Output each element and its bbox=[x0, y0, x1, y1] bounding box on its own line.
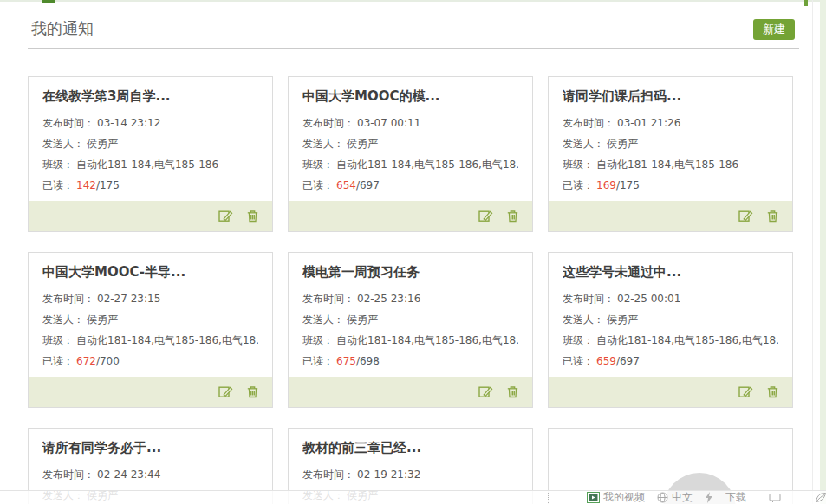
content-right-border bbox=[812, 0, 813, 504]
card-field-publish_time: 发布时间：02-24 23:44 bbox=[42, 464, 258, 485]
delete-icon[interactable] bbox=[245, 384, 260, 399]
delete-icon[interactable] bbox=[505, 384, 520, 399]
read-total: /175 bbox=[616, 179, 640, 191]
edit-icon[interactable] bbox=[218, 384, 233, 399]
field-value: 自动化181-184,电气185-186 bbox=[76, 158, 218, 171]
edit-icon[interactable] bbox=[738, 209, 753, 223]
delete-icon[interactable] bbox=[245, 209, 260, 223]
field-label: 已读： bbox=[563, 355, 594, 367]
top-border bbox=[0, 0, 826, 2]
notice-title[interactable]: 模电第一周预习任务 bbox=[302, 264, 518, 281]
field-label: 发布时间： bbox=[302, 293, 354, 305]
download-item[interactable]: 下载 bbox=[725, 490, 746, 504]
read-count: 654 bbox=[336, 179, 356, 191]
card-field-read: 已读：672/700 bbox=[42, 351, 258, 372]
field-value: 02-25 23:16 bbox=[357, 293, 420, 305]
notice-title[interactable]: 请所有同学务必于... bbox=[42, 440, 258, 456]
field-value: 侯勇严 bbox=[87, 138, 118, 150]
card-field-read: 已读：659/697 bbox=[563, 351, 778, 372]
card-field-read: 已读：169/175 bbox=[563, 175, 778, 196]
new-notice-button[interactable]: 新建 bbox=[753, 19, 795, 40]
field-value: 侯勇严 bbox=[607, 313, 638, 326]
card-field-sender: 发送人：侯勇严 bbox=[42, 133, 258, 154]
read-total: /175 bbox=[96, 179, 120, 191]
field-value: 自动化181-184,电气185-186,电气18... bbox=[336, 158, 518, 171]
card-field-sender: 发送人：侯勇严 bbox=[302, 309, 518, 330]
field-value: 03-07 00:11 bbox=[357, 117, 420, 129]
read-count: 169 bbox=[596, 179, 616, 191]
notice-title[interactable]: 在线教学第3周自学... bbox=[42, 88, 258, 105]
card-field-publish_time: 发布时间：03-01 21:26 bbox=[563, 113, 778, 133]
notice-card[interactable]: 中国大学MOOC的模... 发布时间：03-07 00:11发送人：侯勇严班级：… bbox=[288, 76, 533, 232]
edit-icon[interactable] bbox=[478, 384, 493, 399]
notice-title[interactable]: 这些学号未通过中... bbox=[563, 264, 778, 281]
active-tab-underline bbox=[42, 0, 55, 3]
read-count: 675 bbox=[336, 355, 356, 367]
field-value: 02-24 23:44 bbox=[97, 468, 160, 481]
card-footer bbox=[29, 201, 272, 231]
lightning-item[interactable] bbox=[705, 492, 713, 503]
read-total: /697 bbox=[356, 179, 380, 191]
field-label: 已读： bbox=[563, 179, 594, 191]
edit-icon[interactable] bbox=[738, 384, 753, 399]
bar-separator bbox=[548, 493, 549, 503]
monitor-icon bbox=[769, 493, 781, 503]
delete-icon[interactable] bbox=[765, 209, 780, 223]
notice-title[interactable]: 中国大学MOOC-半导... bbox=[42, 264, 258, 281]
notice-card[interactable]: 请同学们课后扫码... 发布时间：03-01 21:26发送人：侯勇严班级：自动… bbox=[548, 76, 793, 232]
field-label: 发送人： bbox=[563, 138, 604, 150]
language-item[interactable]: 中文 bbox=[657, 490, 693, 504]
lightning-icon bbox=[705, 492, 713, 503]
notice-card[interactable]: 这些学号未通过中... 发布时间：02-25 00:01发送人：侯勇严班级：自动… bbox=[548, 252, 793, 408]
edit-icon[interactable] bbox=[218, 209, 233, 223]
field-label: 班级： bbox=[42, 334, 74, 346]
field-label: 发布时间： bbox=[42, 468, 94, 481]
delete-icon[interactable] bbox=[505, 209, 520, 223]
card-field-publish_time: 发布时间：02-25 23:16 bbox=[302, 288, 518, 309]
notice-title[interactable]: 中国大学MOOC的模... bbox=[302, 88, 518, 105]
my-video-label: 我的视频 bbox=[603, 490, 645, 504]
card-field-read: 已读：142/175 bbox=[42, 175, 258, 196]
my-video-item[interactable]: 我的视频 bbox=[587, 490, 645, 504]
monitor-item[interactable] bbox=[769, 493, 781, 503]
card-field-classes: 班级：自动化181-184,电气185-186,电气18... bbox=[42, 330, 258, 351]
feather-item[interactable] bbox=[814, 492, 826, 503]
delete-icon[interactable] bbox=[765, 384, 780, 399]
notice-title[interactable]: 教材的前三章已经... bbox=[302, 440, 518, 456]
field-label: 发布时间： bbox=[302, 117, 354, 129]
scrollbar-strip[interactable] bbox=[820, 0, 826, 504]
read-total: /700 bbox=[96, 355, 120, 367]
card-body: 这些学号未通过中... 发布时间：02-25 00:01发送人：侯勇严班级：自动… bbox=[549, 253, 792, 377]
card-footer bbox=[29, 377, 272, 407]
card-field-classes: 班级：自动化181-184,电气185-186 bbox=[563, 154, 778, 175]
field-label: 发布时间： bbox=[302, 468, 354, 481]
card-field-classes: 班级：自动化181-184,电气185-186,电气18... bbox=[302, 330, 518, 351]
card-field-publish_time: 发布时间：03-07 00:11 bbox=[302, 113, 518, 133]
notice-card[interactable]: 在线教学第3周自学... 发布时间：03-14 23:12发送人：侯勇严班级：自… bbox=[28, 76, 273, 232]
notice-title[interactable]: 请同学们课后扫码... bbox=[563, 88, 778, 105]
notice-card[interactable]: 模电第一周预习任务 发布时间：02-25 23:16发送人：侯勇严班级：自动化1… bbox=[288, 252, 533, 408]
field-label: 发送人： bbox=[563, 313, 604, 326]
field-label: 班级： bbox=[563, 158, 594, 171]
card-field-classes: 班级：自动化181-184,电气185-186,电气18... bbox=[302, 154, 518, 175]
download-label: 下载 bbox=[725, 490, 746, 504]
read-count: 142 bbox=[76, 179, 96, 191]
notice-card[interactable]: 中国大学MOOC-半导... 发布时间：02-27 23:15发送人：侯勇严班级… bbox=[28, 252, 273, 408]
field-label: 发布时间： bbox=[563, 293, 615, 305]
field-label: 已读： bbox=[302, 179, 334, 191]
edit-icon[interactable] bbox=[478, 209, 493, 223]
read-total: /698 bbox=[356, 355, 380, 367]
field-value: 侯勇严 bbox=[347, 313, 378, 326]
card-footer bbox=[549, 377, 792, 407]
card-field-sender: 发送人：侯勇严 bbox=[563, 133, 778, 154]
field-label: 已读： bbox=[42, 355, 74, 367]
field-value: 侯勇严 bbox=[607, 138, 638, 150]
card-field-publish_time: 发布时间：02-19 21:32 bbox=[302, 464, 518, 485]
field-label: 已读： bbox=[42, 179, 74, 191]
field-label: 班级： bbox=[563, 334, 594, 346]
field-label: 发送人： bbox=[302, 138, 344, 150]
field-value: 自动化181-184,电气185-186,电气18... bbox=[596, 334, 778, 346]
field-value: 自动化181-184,电气185-186,电气18... bbox=[76, 334, 258, 346]
read-count: 672 bbox=[76, 355, 96, 367]
card-footer bbox=[289, 377, 532, 407]
